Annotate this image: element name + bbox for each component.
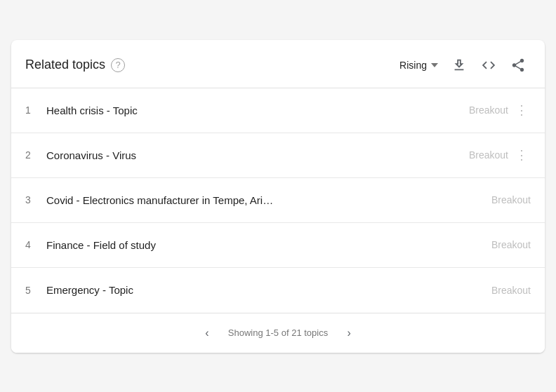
chevron-left-icon: ‹ — [205, 327, 208, 339]
row-rank: 1 — [25, 104, 46, 116]
table-row: 4 Finance - Field of study Breakout — [11, 223, 545, 268]
data-table: 1 Health crisis - Topic Breakout ⋮ 2 Cor… — [11, 88, 545, 313]
share-button[interactable] — [505, 53, 531, 78]
header-left: Related topics ? — [25, 58, 125, 72]
row-label: Finance - Field of study — [46, 239, 491, 251]
card-header: Related topics ? Rising — [11, 40, 545, 88]
row-label: Emergency - Topic — [46, 284, 491, 296]
row-value: Breakout ⋮ — [469, 146, 531, 164]
row-value: Breakout — [491, 194, 531, 205]
download-icon — [451, 58, 467, 73]
more-options-icon[interactable]: ⋮ — [512, 101, 531, 119]
row-rank: 3 — [25, 194, 46, 205]
row-label: Health crisis - Topic — [46, 104, 469, 116]
card-title: Related topics — [25, 58, 105, 72]
row-rank: 4 — [25, 239, 46, 250]
table-row: 5 Emergency - Topic Breakout — [11, 268, 545, 313]
table-row: 1 Health crisis - Topic Breakout ⋮ — [11, 88, 545, 133]
embed-button[interactable] — [476, 53, 501, 78]
header-right: Rising — [395, 53, 531, 78]
table-row: 3 Covid - Electronics manufacturer in Te… — [11, 178, 545, 223]
prev-page-button[interactable]: ‹ — [197, 323, 217, 343]
row-rank: 2 — [25, 149, 46, 161]
filter-label: Rising — [399, 60, 427, 71]
filter-dropdown[interactable]: Rising — [395, 57, 442, 74]
row-label: Covid - Electronics manufacturer in Temp… — [46, 194, 491, 206]
row-value: Breakout ⋮ — [469, 101, 531, 119]
chevron-right-icon: › — [348, 327, 351, 339]
pagination-text: Showing 1-5 of 21 topics — [228, 327, 328, 338]
share-icon — [510, 58, 526, 73]
more-options-icon[interactable]: ⋮ — [512, 146, 531, 164]
table-row: 2 Coronavirus - Virus Breakout ⋮ — [11, 133, 545, 178]
next-page-button[interactable]: › — [339, 323, 359, 343]
row-value: Breakout — [491, 239, 531, 250]
pagination-footer: ‹ Showing 1-5 of 21 topics › — [11, 313, 545, 353]
row-value: Breakout — [491, 285, 531, 296]
help-icon[interactable]: ? — [111, 58, 125, 72]
row-label: Coronavirus - Virus — [46, 149, 469, 161]
download-button[interactable] — [446, 53, 472, 78]
chevron-down-icon — [431, 63, 438, 67]
row-rank: 5 — [25, 285, 46, 296]
related-topics-card: Related topics ? Rising — [11, 40, 545, 353]
embed-icon — [481, 58, 496, 73]
